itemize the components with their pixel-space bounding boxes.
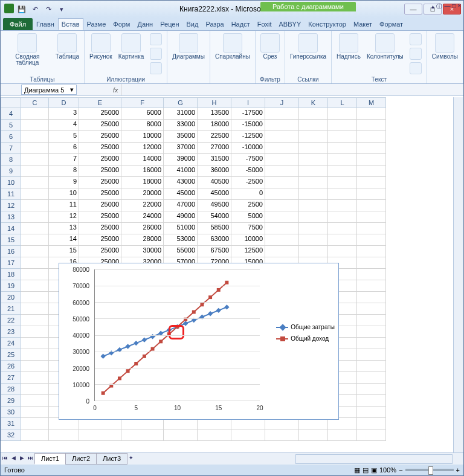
cell[interactable]	[299, 234, 328, 246]
select-all-corner[interactable]	[1, 97, 21, 108]
cell[interactable]: 37000	[164, 143, 198, 154]
cell[interactable]: 25000	[79, 223, 121, 234]
row-header[interactable]: 27	[1, 372, 21, 384]
col-header-D[interactable]: D	[49, 97, 79, 108]
cell[interactable]: 24000	[121, 211, 164, 223]
qat-save-icon[interactable]: 💾	[16, 4, 27, 14]
cell[interactable]	[328, 200, 357, 211]
tab-форм[interactable]: Форм	[109, 18, 134, 30]
cell[interactable]: 25000	[79, 211, 121, 223]
zoom-slider[interactable]	[405, 469, 454, 471]
cell[interactable]	[21, 257, 49, 269]
cell[interactable]	[21, 120, 49, 131]
cell[interactable]	[21, 188, 49, 200]
legend-item[interactable]: Общий доход	[276, 335, 335, 342]
cell[interactable]: 53000	[164, 234, 198, 246]
cell[interactable]	[357, 108, 386, 120]
shapes-icon[interactable]	[150, 33, 162, 45]
row-header[interactable]: 30	[1, 407, 21, 418]
cell[interactable]: 63000	[198, 234, 231, 246]
cell[interactable]	[79, 429, 121, 441]
col-header-F[interactable]: F	[121, 97, 164, 108]
cell[interactable]	[21, 177, 49, 188]
cell[interactable]	[299, 246, 328, 257]
cell[interactable]	[357, 234, 386, 246]
cell[interactable]: 13500	[198, 108, 231, 120]
cell[interactable]	[357, 326, 386, 338]
cell[interactable]	[357, 120, 386, 131]
row-header[interactable]: 4	[1, 108, 21, 120]
cell[interactable]: 39000	[164, 154, 198, 166]
row-header[interactable]: 18	[1, 269, 21, 280]
sheet-tab[interactable]: Лист2	[65, 453, 97, 465]
cell[interactable]: 9	[49, 177, 79, 188]
cell[interactable]	[299, 429, 328, 441]
cell[interactable]	[21, 361, 49, 372]
cell[interactable]	[49, 429, 79, 441]
cell[interactable]: 31000	[164, 108, 198, 120]
row-header[interactable]: 8	[1, 154, 21, 166]
cell[interactable]: 18000	[121, 177, 164, 188]
cell[interactable]	[21, 234, 49, 246]
cell[interactable]	[328, 234, 357, 246]
cell[interactable]	[328, 166, 357, 177]
zoom-out-icon[interactable]: −	[399, 466, 402, 474]
cell[interactable]	[21, 143, 49, 154]
cell[interactable]	[357, 349, 386, 361]
row-header[interactable]: 21	[1, 303, 21, 315]
cell[interactable]	[299, 188, 328, 200]
cell[interactable]	[357, 177, 386, 188]
chart-legend[interactable]: Общие затраты Общий доход	[276, 324, 335, 347]
cell[interactable]	[231, 429, 265, 441]
cell[interactable]	[357, 361, 386, 372]
col-header-I[interactable]: I	[231, 97, 265, 108]
name-box[interactable]: Диаграмма 5▾	[21, 85, 77, 95]
cell[interactable]	[299, 211, 328, 223]
view-layout-icon[interactable]: ▤	[362, 466, 369, 474]
cell[interactable]	[328, 108, 357, 120]
clip-button[interactable]: Картинка	[118, 32, 144, 74]
qat-undo-icon[interactable]: ↶	[30, 4, 40, 14]
tab-вид[interactable]: Вид	[183, 18, 202, 30]
tab-конструктор[interactable]: Конструктор	[304, 18, 350, 30]
cell[interactable]: 26000	[121, 223, 164, 234]
cell[interactable]	[265, 246, 299, 257]
cell[interactable]	[21, 338, 49, 349]
col-header-L[interactable]: L	[328, 97, 357, 108]
cell[interactable]: 10000	[121, 131, 164, 143]
cell[interactable]	[357, 269, 386, 280]
smartart-icon[interactable]	[150, 48, 162, 60]
cell[interactable]	[328, 246, 357, 257]
cell[interactable]: 25000	[79, 234, 121, 246]
cell[interactable]	[357, 395, 386, 407]
cell[interactable]: 47000	[164, 200, 198, 211]
row-header[interactable]: 14	[1, 223, 21, 234]
vertical-scrollbar[interactable]	[453, 97, 463, 452]
cell[interactable]	[21, 166, 49, 177]
tab-данн[interactable]: Данн	[134, 18, 156, 30]
cell[interactable]	[21, 108, 49, 120]
sheet-nav-prev-icon[interactable]: ◀	[10, 455, 17, 463]
fx-icon[interactable]: fx	[113, 86, 118, 94]
sheet-nav-first-icon[interactable]: ⏮	[1, 455, 8, 463]
cell[interactable]: 25000	[79, 166, 121, 177]
cell[interactable]	[328, 143, 357, 154]
cell[interactable]	[357, 303, 386, 315]
cell[interactable]	[328, 131, 357, 143]
cell[interactable]	[299, 108, 328, 120]
tab-abbyy[interactable]: ABBYY	[276, 18, 305, 30]
cell[interactable]: 54000	[198, 211, 231, 223]
cell[interactable]	[265, 200, 299, 211]
cell[interactable]	[357, 418, 386, 429]
cell[interactable]: 22500	[198, 131, 231, 143]
col-header-C[interactable]: C	[21, 97, 49, 108]
series-line-0[interactable]	[103, 307, 227, 356]
cell[interactable]	[328, 223, 357, 234]
minimize-button[interactable]: —	[404, 4, 422, 14]
cell[interactable]: -17500	[231, 108, 265, 120]
cell[interactable]: 25000	[79, 108, 121, 120]
cell[interactable]	[265, 143, 299, 154]
cell[interactable]	[299, 154, 328, 166]
cell[interactable]: 13	[49, 223, 79, 234]
legend-item[interactable]: Общие затраты	[276, 324, 335, 330]
